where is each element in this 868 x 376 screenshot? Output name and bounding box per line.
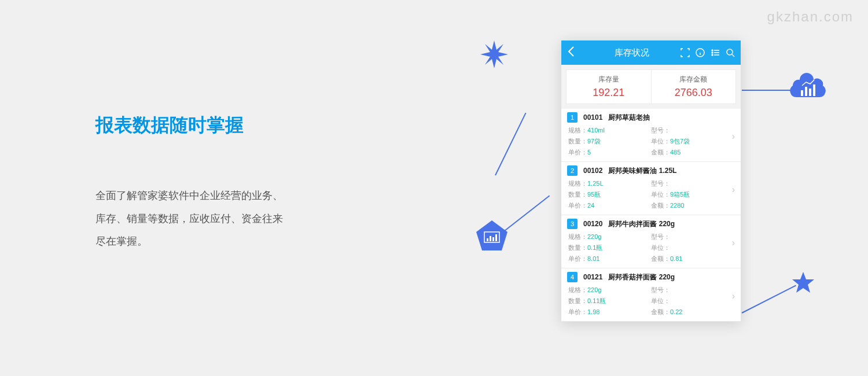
summary-amount-value: 2766.03 [652, 87, 736, 99]
back-icon[interactable] [567, 45, 575, 61]
info-icon[interactable] [696, 48, 705, 57]
item-code: 00120 [583, 220, 602, 228]
item-spec: 规格：220g [568, 233, 651, 241]
app-header: 库存状况 [561, 40, 741, 65]
item-price: 单价：1.98 [568, 308, 651, 316]
summary-qty: 库存量 192.21 [567, 70, 652, 104]
item-index-badge: 3 [567, 219, 578, 229]
item-code: 00102 [583, 167, 602, 175]
item-unit: 单位： [651, 297, 734, 305]
item-spec: 规格：1.25L [568, 179, 651, 188]
hero-desc-line: 尽在掌握。 [95, 230, 385, 253]
svg-line-22 [732, 54, 734, 57]
watermark: gkzhan.com [767, 9, 854, 25]
star-icon [792, 271, 815, 294]
item-code: 00121 [583, 273, 602, 281]
chevron-right-icon: › [732, 237, 735, 248]
item-amount: 金额：0.22 [651, 308, 734, 316]
item-price: 单价：8.01 [568, 255, 651, 263]
chevron-right-icon: › [732, 184, 735, 194]
connector-line [742, 90, 794, 91]
item-qty: 数量：97袋 [568, 137, 651, 146]
hero-desc-line: 库存、销量等数据，应收应付、资金往来 [95, 208, 385, 231]
item-index-badge: 1 [567, 112, 578, 123]
svg-rect-8 [805, 87, 807, 96]
inventory-item[interactable]: 2 00102 厨邦美味鲜酱油 1.25L 规格：1.25L 型号： 数量：95… [561, 162, 741, 215]
search-icon[interactable] [726, 48, 735, 57]
svg-rect-3 [487, 238, 488, 241]
item-code: 00101 [583, 113, 602, 121]
item-amount: 金额：485 [651, 148, 734, 157]
item-amount: 金额：0.81 [651, 255, 734, 263]
starburst-icon [480, 40, 508, 68]
item-spec: 规格：410ml [568, 126, 651, 135]
item-model: 型号： [651, 233, 734, 241]
chevron-right-icon: › [732, 131, 735, 141]
summary-amount-label: 库存金额 [652, 75, 736, 84]
item-qty: 数量：0.11瓶 [568, 297, 651, 305]
summary-panel: 库存量 192.21 库存金额 2766.03 [566, 69, 736, 104]
chart-pentagon-icon [475, 219, 509, 253]
svg-marker-1 [476, 220, 507, 250]
svg-point-21 [727, 49, 733, 55]
svg-rect-9 [809, 89, 811, 96]
svg-rect-6 [495, 234, 497, 241]
svg-marker-0 [480, 40, 508, 68]
connector-line [495, 113, 526, 176]
summary-amount: 库存金额 2766.03 [652, 70, 736, 104]
phone-mockup: 库存状况 [561, 40, 741, 322]
item-amount: 金额：2280 [651, 201, 734, 210]
item-name: 厨邦草菇老抽 [608, 113, 650, 123]
chart-cloud-icon [788, 73, 827, 105]
item-index-badge: 4 [567, 272, 578, 282]
item-unit: 单位：9箱5瓶 [651, 190, 734, 199]
inventory-item[interactable]: 1 00101 厨邦草菇老抽 规格：410ml 型号： 数量：97袋 单位：9包… [561, 109, 741, 162]
svg-rect-7 [801, 90, 803, 96]
list-icon[interactable] [711, 48, 720, 57]
item-name: 厨邦香菇拌面酱 220g [608, 272, 675, 282]
item-model: 型号： [651, 179, 734, 188]
hero-description: 全面了解管家婆软件中企业经营的业务、 库存、销量等数据，应收应付、资金往来 尽在… [95, 185, 385, 253]
item-price: 单价：24 [568, 201, 651, 210]
inventory-item[interactable]: 3 00120 厨邦牛肉拌面酱 220g 规格：220g 型号： 数量：0.1瓶… [561, 215, 741, 268]
connector-line [742, 285, 796, 313]
svg-rect-5 [492, 237, 494, 241]
hero-text-block: 报表数据随时掌握 全面了解管家婆软件中企业经营的业务、 库存、销量等数据，应收应… [95, 113, 385, 253]
svg-marker-11 [792, 272, 814, 293]
item-qty: 数量：95瓶 [568, 190, 651, 199]
hero-title: 报表数据随时掌握 [95, 113, 385, 138]
item-index-badge: 2 [567, 165, 578, 176]
page-title: 库存状况 [575, 47, 681, 58]
item-name: 厨邦美味鲜酱油 1.25L [608, 166, 676, 176]
item-model: 型号： [651, 126, 734, 135]
scan-icon[interactable] [681, 48, 690, 57]
item-price: 单价：5 [568, 148, 651, 157]
item-model: 型号： [651, 286, 734, 294]
svg-rect-4 [490, 236, 491, 241]
svg-point-15 [712, 50, 713, 51]
item-unit: 单位：9包7袋 [651, 137, 734, 146]
svg-point-19 [712, 54, 713, 56]
summary-qty-label: 库存量 [567, 75, 651, 84]
items-list: 1 00101 厨邦草菇老抽 规格：410ml 型号： 数量：97袋 单位：9包… [561, 109, 741, 322]
chevron-right-icon: › [732, 290, 735, 301]
inventory-item[interactable]: 4 00121 厨邦香菇拌面酱 220g 规格：220g 型号： 数量：0.11… [561, 268, 741, 322]
svg-rect-10 [813, 84, 815, 96]
item-spec: 规格：220g [568, 286, 651, 294]
svg-point-17 [712, 52, 713, 53]
hero-desc-line: 全面了解管家婆软件中企业经营的业务、 [95, 185, 385, 208]
item-qty: 数量：0.1瓶 [568, 244, 651, 252]
item-name: 厨邦牛肉拌面酱 220g [608, 219, 675, 229]
summary-qty-value: 192.21 [567, 87, 651, 99]
item-unit: 单位： [651, 244, 734, 252]
